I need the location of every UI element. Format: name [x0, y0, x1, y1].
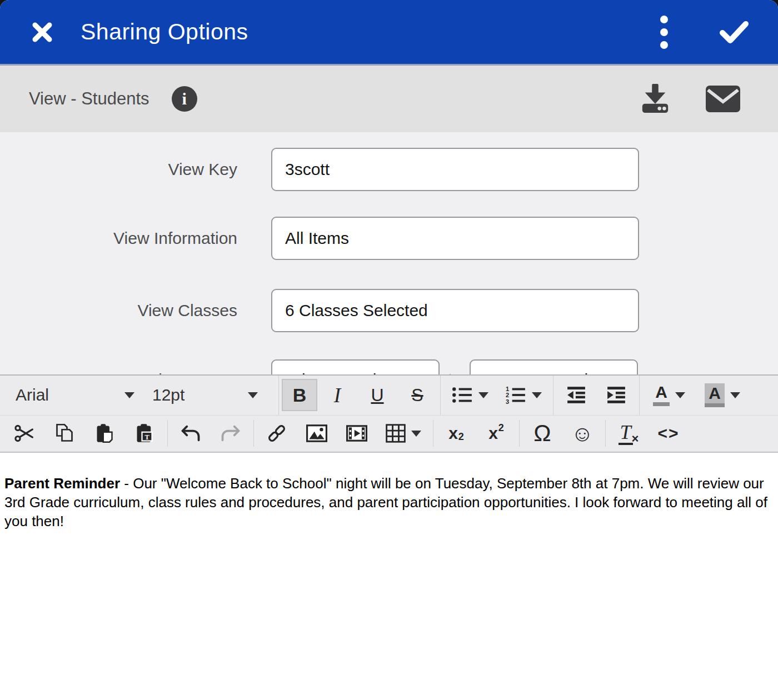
superscript-icon: x2 — [488, 425, 504, 442]
view-range-to-select[interactable]: Future 1 Week — [470, 359, 638, 374]
highlight-color-button[interactable]: A — [696, 379, 749, 411]
view-classes-label: View Classes — [0, 301, 237, 320]
kebab-icon — [660, 16, 668, 49]
svg-text:T: T — [145, 433, 150, 441]
font-size-select[interactable]: 12pt — [152, 386, 258, 404]
more-options-button[interactable] — [660, 16, 668, 49]
close-button[interactable] — [31, 21, 54, 44]
font-family-select[interactable]: Arial — [16, 386, 134, 404]
insert-image-button[interactable] — [297, 417, 337, 449]
table-icon — [386, 424, 406, 443]
view-classes-select[interactable]: 6 Classes Selected — [271, 289, 639, 332]
view-range-from-select[interactable]: Prior 2 Weeks — [271, 359, 440, 374]
view-name: View - Students — [29, 89, 149, 109]
undo-icon — [180, 424, 201, 442]
indent-button[interactable] — [596, 379, 636, 411]
toolbar-separator — [433, 420, 433, 447]
view-information-label: View Information — [0, 229, 237, 248]
source-code-button[interactable]: <> — [649, 417, 689, 449]
font-size-value: 12pt — [152, 386, 184, 404]
svg-text:1: 1 — [506, 386, 509, 392]
view-key-input[interactable]: 3scott — [271, 148, 639, 191]
view-key-row: View Key 3scott — [0, 148, 778, 191]
chevron-down-icon — [124, 392, 134, 398]
paste-icon — [94, 423, 114, 443]
strikethrough-button[interactable]: S — [397, 379, 437, 411]
italic-icon: I — [334, 383, 341, 407]
paste-as-text-button[interactable]: T — [124, 417, 164, 449]
editor-toolbar-format: Arial 12pt B I U S 123 — [0, 374, 778, 415]
underline-button[interactable]: U — [357, 379, 397, 411]
bullet-list-button[interactable] — [443, 379, 497, 411]
download-button[interactable] — [638, 84, 672, 114]
chevron-down-icon — [675, 392, 685, 398]
chevron-down-icon — [248, 392, 258, 398]
view-key-label: View Key — [0, 160, 237, 179]
redo-button[interactable] — [211, 417, 251, 449]
code-icon: <> — [657, 424, 679, 443]
numbered-list-icon: 123 — [505, 386, 526, 404]
clear-formatting-button[interactable]: T× — [609, 417, 649, 449]
close-icon — [31, 21, 54, 44]
info-button[interactable]: i — [172, 86, 197, 112]
insert-link-button[interactable] — [257, 417, 297, 449]
note-paragraph: Parent Reminder - Our "Welcome Back to S… — [4, 474, 772, 531]
text-color-button[interactable]: A — [642, 379, 696, 411]
toolbar-separator — [253, 420, 254, 447]
subscript-button[interactable]: x2 — [436, 417, 476, 449]
view-range-label: View Range — [0, 371, 237, 374]
paste-text-icon: T — [134, 423, 154, 443]
cut-button[interactable] — [4, 417, 44, 449]
view-information-select[interactable]: All Items — [271, 217, 639, 260]
toolbar-separator — [553, 376, 553, 415]
strikethrough-icon: S — [411, 385, 423, 406]
copy-button[interactable] — [44, 417, 84, 449]
paste-button[interactable] — [84, 417, 124, 449]
insert-media-button[interactable] — [337, 417, 377, 449]
omega-icon: Ω — [533, 422, 551, 445]
redo-icon — [220, 424, 241, 442]
chevron-down-icon — [478, 392, 488, 398]
numbered-list-button[interactable]: 123 — [497, 379, 550, 411]
insert-table-button[interactable] — [377, 417, 430, 449]
toolbar-separator — [605, 420, 606, 447]
emoticon-button[interactable]: ☺ — [562, 417, 602, 449]
underline-icon: U — [371, 385, 383, 406]
view-range-row: View Range Prior 2 Weeks to Future 1 Wee… — [0, 359, 778, 374]
bullet-list-icon — [452, 386, 473, 404]
media-icon — [346, 425, 367, 442]
subscript-icon: x2 — [448, 425, 464, 442]
check-icon — [719, 21, 749, 44]
highlight-color-icon: A — [705, 383, 725, 407]
email-button[interactable] — [706, 86, 740, 112]
italic-button[interactable]: I — [317, 379, 357, 411]
view-info-bar: View - Students i — [0, 64, 778, 132]
sharing-options-dialog: Sharing Options View - Students i — [0, 0, 778, 700]
indent-icon — [606, 386, 626, 404]
link-icon — [266, 423, 287, 444]
note-bold-lead: Parent Reminder — [4, 475, 120, 492]
download-icon — [638, 84, 672, 114]
sharing-form: View Key 3scott View Information All Ite… — [0, 132, 778, 374]
confirm-button[interactable] — [719, 21, 749, 44]
envelope-icon — [706, 86, 740, 112]
outdent-icon — [566, 386, 586, 404]
toolbar-separator — [167, 420, 168, 447]
undo-button[interactable] — [171, 417, 211, 449]
bold-icon: B — [293, 384, 307, 406]
superscript-button[interactable]: x2 — [476, 417, 516, 449]
svg-text:3: 3 — [506, 398, 509, 404]
special-character-button[interactable]: Ω — [522, 417, 562, 449]
bold-button[interactable]: B — [282, 379, 317, 411]
outdent-button[interactable] — [556, 379, 596, 411]
font-family-value: Arial — [16, 386, 49, 404]
image-icon — [306, 424, 327, 442]
svg-text:2: 2 — [506, 392, 509, 398]
chevron-down-icon — [532, 392, 542, 398]
editor-toolbar-insert: T — [0, 415, 778, 453]
toolbar-separator — [519, 420, 520, 447]
note-editor-content[interactable]: Parent Reminder - Our "Welcome Back to S… — [0, 453, 778, 700]
dialog-header: Sharing Options — [0, 0, 778, 64]
text-color-icon: A — [653, 384, 670, 406]
dialog-title: Sharing Options — [81, 19, 248, 45]
